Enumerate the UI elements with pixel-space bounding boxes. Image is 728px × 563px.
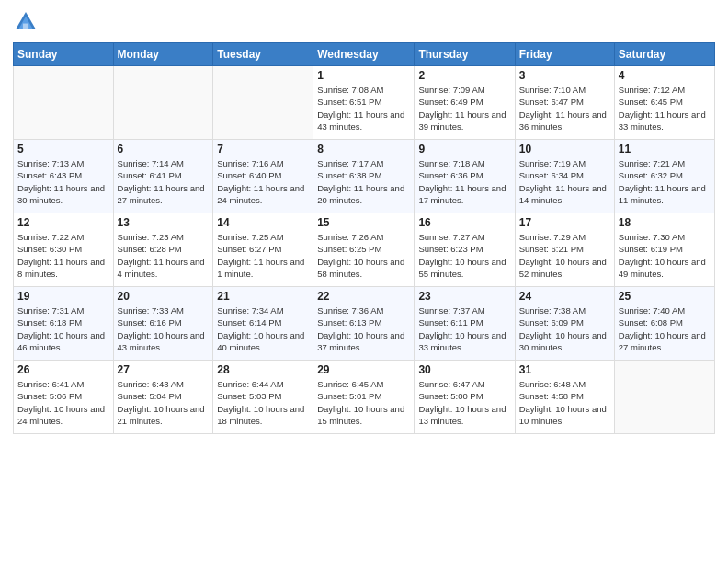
day-number: 14 <box>217 216 309 229</box>
calendar-cell: 16Sunrise: 7:27 AM Sunset: 6:23 PM Dayli… <box>415 213 515 287</box>
calendar-cell: 7Sunrise: 7:16 AM Sunset: 6:40 PM Daylig… <box>213 140 313 213</box>
calendar-cell: 29Sunrise: 6:45 AM Sunset: 5:01 PM Dayli… <box>313 361 415 434</box>
day-info: Sunrise: 7:31 AM Sunset: 6:18 PM Dayligh… <box>17 304 109 353</box>
calendar-cell: 4Sunrise: 7:12 AM Sunset: 6:45 PM Daylig… <box>614 66 714 140</box>
day-info: Sunrise: 7:18 AM Sunset: 6:36 PM Dayligh… <box>418 157 510 206</box>
day-info: Sunrise: 7:26 AM Sunset: 6:25 PM Dayligh… <box>317 231 410 280</box>
day-number: 27 <box>118 363 210 376</box>
calendar-cell: 3Sunrise: 7:10 AM Sunset: 6:47 PM Daylig… <box>515 66 614 140</box>
calendar-cell: 5Sunrise: 7:13 AM Sunset: 6:43 PM Daylig… <box>14 140 114 213</box>
day-info: Sunrise: 7:40 AM Sunset: 6:08 PM Dayligh… <box>619 304 711 353</box>
day-number: 24 <box>519 290 610 303</box>
day-info: Sunrise: 6:41 AM Sunset: 5:06 PM Dayligh… <box>17 378 109 427</box>
calendar-cell <box>113 66 213 140</box>
calendar-cell: 27Sunrise: 6:43 AM Sunset: 5:04 PM Dayli… <box>113 361 213 434</box>
day-info: Sunrise: 7:13 AM Sunset: 6:43 PM Dayligh… <box>17 157 109 206</box>
calendar-cell: 17Sunrise: 7:29 AM Sunset: 6:21 PM Dayli… <box>515 213 614 287</box>
calendar-cell: 30Sunrise: 6:47 AM Sunset: 5:00 PM Dayli… <box>415 361 515 434</box>
calendar-cell: 28Sunrise: 6:44 AM Sunset: 5:03 PM Dayli… <box>213 361 313 434</box>
calendar-cell <box>14 66 114 140</box>
week-row-3: 12Sunrise: 7:22 AM Sunset: 6:30 PM Dayli… <box>14 213 715 287</box>
svg-rect-2 <box>23 24 28 29</box>
day-number: 12 <box>17 216 109 229</box>
day-info: Sunrise: 7:21 AM Sunset: 6:32 PM Dayligh… <box>619 157 711 206</box>
calendar-cell: 12Sunrise: 7:22 AM Sunset: 6:30 PM Dayli… <box>14 213 114 287</box>
col-header-tuesday: Tuesday <box>213 43 313 66</box>
calendar-cell: 19Sunrise: 7:31 AM Sunset: 6:18 PM Dayli… <box>14 287 114 361</box>
calendar-cell: 6Sunrise: 7:14 AM Sunset: 6:41 PM Daylig… <box>113 140 213 213</box>
day-number: 10 <box>519 143 610 155</box>
calendar-cell: 11Sunrise: 7:21 AM Sunset: 6:32 PM Dayli… <box>614 140 714 213</box>
day-info: Sunrise: 7:27 AM Sunset: 6:23 PM Dayligh… <box>418 231 510 280</box>
week-row-4: 19Sunrise: 7:31 AM Sunset: 6:18 PM Dayli… <box>14 287 715 361</box>
week-row-1: 1Sunrise: 7:08 AM Sunset: 6:51 PM Daylig… <box>14 66 715 140</box>
page: SundayMondayTuesdayWednesdayThursdayFrid… <box>0 0 728 563</box>
day-number: 16 <box>418 216 510 229</box>
day-info: Sunrise: 6:47 AM Sunset: 5:00 PM Dayligh… <box>418 378 510 427</box>
day-info: Sunrise: 6:45 AM Sunset: 5:01 PM Dayligh… <box>317 378 410 427</box>
calendar-cell: 8Sunrise: 7:17 AM Sunset: 6:38 PM Daylig… <box>313 140 415 213</box>
day-number: 30 <box>418 363 510 376</box>
calendar-cell: 20Sunrise: 7:33 AM Sunset: 6:16 PM Dayli… <box>113 287 213 361</box>
day-number: 20 <box>118 290 210 303</box>
header <box>13 9 715 35</box>
day-number: 17 <box>519 216 610 229</box>
day-number: 15 <box>317 216 410 229</box>
day-number: 7 <box>217 143 309 155</box>
day-info: Sunrise: 7:30 AM Sunset: 6:19 PM Dayligh… <box>619 231 711 280</box>
calendar-cell: 10Sunrise: 7:19 AM Sunset: 6:34 PM Dayli… <box>515 140 614 213</box>
calendar-cell: 26Sunrise: 6:41 AM Sunset: 5:06 PM Dayli… <box>14 361 114 434</box>
col-header-wednesday: Wednesday <box>313 43 415 66</box>
week-row-2: 5Sunrise: 7:13 AM Sunset: 6:43 PM Daylig… <box>14 140 715 213</box>
day-info: Sunrise: 7:17 AM Sunset: 6:38 PM Dayligh… <box>317 157 410 206</box>
day-info: Sunrise: 6:44 AM Sunset: 5:03 PM Dayligh… <box>217 378 309 427</box>
day-number: 23 <box>418 290 510 303</box>
col-header-saturday: Saturday <box>614 43 714 66</box>
calendar-table: SundayMondayTuesdayWednesdayThursdayFrid… <box>13 42 715 434</box>
calendar-cell: 18Sunrise: 7:30 AM Sunset: 6:19 PM Dayli… <box>614 213 714 287</box>
day-number: 1 <box>317 69 410 82</box>
day-number: 29 <box>317 363 410 376</box>
day-info: Sunrise: 7:34 AM Sunset: 6:14 PM Dayligh… <box>217 304 309 353</box>
calendar-cell: 31Sunrise: 6:48 AM Sunset: 4:58 PM Dayli… <box>515 361 614 434</box>
day-info: Sunrise: 7:16 AM Sunset: 6:40 PM Dayligh… <box>217 157 309 206</box>
day-number: 4 <box>619 69 711 82</box>
day-info: Sunrise: 7:25 AM Sunset: 6:27 PM Dayligh… <box>217 231 309 280</box>
day-info: Sunrise: 7:09 AM Sunset: 6:49 PM Dayligh… <box>418 84 510 132</box>
day-number: 25 <box>619 290 711 303</box>
calendar-cell: 23Sunrise: 7:37 AM Sunset: 6:11 PM Dayli… <box>415 287 515 361</box>
day-number: 11 <box>619 143 711 155</box>
calendar-cell: 24Sunrise: 7:38 AM Sunset: 6:09 PM Dayli… <box>515 287 614 361</box>
calendar-cell <box>213 66 313 140</box>
calendar-cell: 25Sunrise: 7:40 AM Sunset: 6:08 PM Dayli… <box>614 287 714 361</box>
day-number: 13 <box>118 216 210 229</box>
day-number: 21 <box>217 290 309 303</box>
day-number: 2 <box>418 69 510 82</box>
calendar-cell: 13Sunrise: 7:23 AM Sunset: 6:28 PM Dayli… <box>113 213 213 287</box>
day-info: Sunrise: 7:14 AM Sunset: 6:41 PM Dayligh… <box>118 157 210 206</box>
day-info: Sunrise: 7:08 AM Sunset: 6:51 PM Dayligh… <box>317 84 410 132</box>
day-number: 31 <box>519 363 610 376</box>
calendar-cell: 15Sunrise: 7:26 AM Sunset: 6:25 PM Dayli… <box>313 213 415 287</box>
day-number: 26 <box>17 363 109 376</box>
calendar-cell: 1Sunrise: 7:08 AM Sunset: 6:51 PM Daylig… <box>313 66 415 140</box>
day-info: Sunrise: 7:10 AM Sunset: 6:47 PM Dayligh… <box>519 84 610 132</box>
col-header-thursday: Thursday <box>415 43 515 66</box>
day-number: 8 <box>317 143 410 155</box>
day-info: Sunrise: 7:29 AM Sunset: 6:21 PM Dayligh… <box>519 231 610 280</box>
day-info: Sunrise: 7:33 AM Sunset: 6:16 PM Dayligh… <box>118 304 210 353</box>
day-number: 5 <box>17 143 109 155</box>
day-number: 19 <box>17 290 109 303</box>
calendar-cell: 21Sunrise: 7:34 AM Sunset: 6:14 PM Dayli… <box>213 287 313 361</box>
day-number: 9 <box>418 143 510 155</box>
day-info: Sunrise: 7:22 AM Sunset: 6:30 PM Dayligh… <box>17 231 109 280</box>
col-header-monday: Monday <box>113 43 213 66</box>
col-header-sunday: Sunday <box>14 43 114 66</box>
calendar-cell: 14Sunrise: 7:25 AM Sunset: 6:27 PM Dayli… <box>213 213 313 287</box>
calendar-header-row: SundayMondayTuesdayWednesdayThursdayFrid… <box>14 43 715 66</box>
col-header-friday: Friday <box>515 43 614 66</box>
day-number: 28 <box>217 363 309 376</box>
calendar-cell: 2Sunrise: 7:09 AM Sunset: 6:49 PM Daylig… <box>415 66 515 140</box>
day-info: Sunrise: 6:43 AM Sunset: 5:04 PM Dayligh… <box>118 378 210 427</box>
day-number: 3 <box>519 69 610 82</box>
